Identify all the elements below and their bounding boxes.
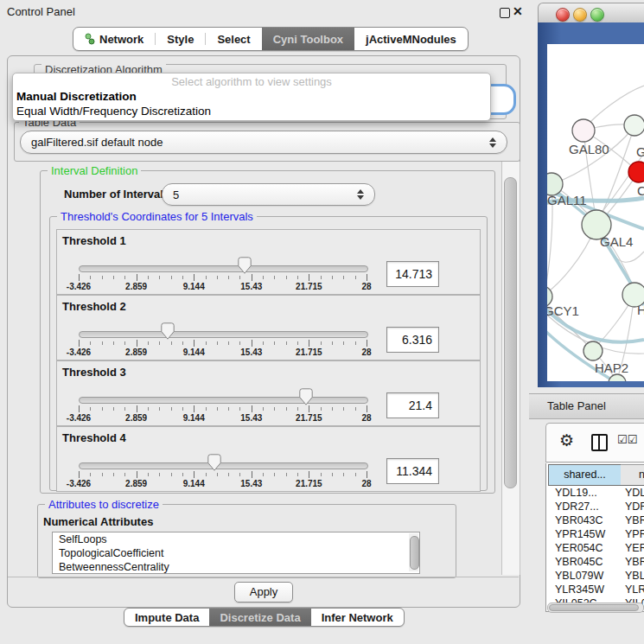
tab-network[interactable]: Network <box>73 28 155 50</box>
algorithm-option-manual[interactable]: Manual Discretization <box>16 90 483 105</box>
tick-label: 28 <box>341 479 392 488</box>
cell-name[interactable]: YLR3 <box>625 583 644 596</box>
threshold-slider-thumb[interactable] <box>299 388 313 405</box>
network-node[interactable] <box>624 115 644 136</box>
threshold-slider-track[interactable] <box>79 462 368 469</box>
tab-label: Select <box>217 33 250 46</box>
cell-shared-name[interactable]: YDR27... <box>555 500 599 513</box>
network-graph[interactable]: GAL80GACGAL11GAL4GCY1HHAP2 <box>547 44 644 381</box>
cell-name[interactable]: YPR1 <box>625 527 644 541</box>
apply-button[interactable]: Apply <box>234 582 293 603</box>
attributes-scrollbar[interactable] <box>409 533 418 571</box>
cell-name[interactable]: YDR2 <box>625 500 644 513</box>
tick-mark <box>113 473 114 476</box>
table-data-combobox[interactable]: galFiltered.sif default node <box>20 131 507 154</box>
tick-mark <box>286 276 287 279</box>
panel-scrollbar[interactable] <box>501 162 520 575</box>
minimize-traffic-light-icon[interactable] <box>573 8 587 22</box>
network-node[interactable] <box>583 341 603 360</box>
tick-mark <box>102 407 103 411</box>
panel-scrollbar-thumb[interactable] <box>504 177 517 488</box>
tick-mark <box>148 473 149 476</box>
network-node-label: HAP2 <box>595 360 628 375</box>
tick-mark <box>332 407 333 411</box>
tick-mark <box>239 473 240 476</box>
tick-mark <box>148 276 149 279</box>
cell-shared-name[interactable]: YPR145W <box>555 527 605 541</box>
threshold-slider-track[interactable] <box>79 397 368 404</box>
threshold-box: Threshold 4-3.4262.8599.14415.4321.71528… <box>56 426 481 492</box>
tab-infer-network[interactable]: Infer Network <box>311 609 404 626</box>
cell-shared-name[interactable]: YBL079W <box>555 569 603 583</box>
threshold-value-field[interactable]: 6.316 <box>386 327 439 353</box>
table-horizontal-scrollbar-thumb[interactable] <box>549 604 639 611</box>
tick-mark <box>102 341 103 345</box>
attribute-item[interactable]: BetweennessCentrality <box>53 560 419 574</box>
cell-shared-name[interactable]: YLR345W <box>555 583 604 596</box>
combobox-spinner-icon[interactable] <box>489 137 497 149</box>
threshold-slider-thumb[interactable] <box>238 257 252 274</box>
tab-discretize-data[interactable]: Discretize Data <box>209 609 310 626</box>
gear-icon[interactable]: ⚙ <box>559 431 574 450</box>
table-row[interactable]: YPR145WYPR1 <box>546 527 644 541</box>
threshold-slider-track[interactable] <box>79 331 368 338</box>
cell-shared-name[interactable]: YDL19... <box>555 486 597 500</box>
table-row[interactable]: YDR27...YDR2 <box>546 500 644 513</box>
attribute-item[interactable]: SelfLoops <box>53 532 419 546</box>
cell-name[interactable]: YBR0 <box>625 513 644 527</box>
cell-name[interactable]: YBR0 <box>625 555 644 569</box>
column-header-name[interactable]: na <box>621 464 644 486</box>
table-horizontal-scrollbar[interactable] <box>547 603 644 613</box>
network-node[interactable] <box>572 119 595 142</box>
tick-mark <box>182 276 183 279</box>
cell-name[interactable]: YER0 <box>625 541 644 555</box>
tick-mark <box>274 407 275 411</box>
close-traffic-light-icon[interactable] <box>556 8 570 22</box>
table-row[interactable]: YER054CYER0 <box>546 541 644 555</box>
tab-style[interactable]: Style <box>156 28 205 50</box>
attributes-scrollbar-thumb[interactable] <box>410 536 419 570</box>
zoom-traffic-light-icon[interactable] <box>590 8 604 22</box>
cell-name[interactable]: YBL0 <box>625 569 644 583</box>
split-columns-icon[interactable] <box>591 434 608 451</box>
network-window-titlebar[interactable] <box>538 3 644 24</box>
tick-mark <box>321 341 322 345</box>
tab-jactivemnodules[interactable]: jActiveMNodules <box>354 28 468 50</box>
tick-mark <box>297 407 298 411</box>
table-row[interactable]: YBL079WYBL0 <box>546 569 644 583</box>
tick-mark <box>171 407 172 411</box>
tick-mark <box>343 276 344 279</box>
network-node[interactable] <box>628 162 644 182</box>
network-canvas[interactable]: GAL80GACGAL11GAL4GCY1HHAP2 <box>547 44 644 381</box>
cell-name[interactable]: YDL1 <box>625 486 644 500</box>
column-header-shared-name[interactable]: shared... <box>548 464 622 486</box>
tab-select[interactable]: Select <box>206 28 261 50</box>
combobox-spinner-icon[interactable] <box>357 188 365 201</box>
tick-label: 21.715 <box>283 348 335 357</box>
threshold-value-field[interactable]: 21.4 <box>386 392 439 418</box>
attributes-group: Attributes to discretize Numerical Attri… <box>37 504 456 578</box>
float-window-icon[interactable] <box>500 8 510 18</box>
table-row[interactable]: YBR043CYBR0 <box>546 513 644 527</box>
threshold-slider-thumb[interactable] <box>161 322 175 340</box>
tick-mark <box>274 341 275 345</box>
tick-label: -3.426 <box>53 348 105 357</box>
threshold-slider-thumb[interactable] <box>207 454 221 471</box>
cell-shared-name[interactable]: YBR045C <box>555 555 603 569</box>
threshold-value-field[interactable]: 11.344 <box>386 458 439 484</box>
tab-impute-data[interactable]: Impute Data <box>124 609 209 626</box>
select-columns-icon[interactable]: ☑☑ <box>617 433 637 446</box>
tab-cyni-toolbox[interactable]: Cyni Toolbox <box>262 28 354 50</box>
table-row[interactable]: YLR345WYLR3 <box>546 583 644 596</box>
attribute-item[interactable]: TopologicalCoefficient <box>53 546 419 560</box>
number-of-intervals-combobox[interactable]: 5 <box>162 183 375 206</box>
cell-shared-name[interactable]: YBR043C <box>555 513 603 527</box>
algorithm-option-equal-width[interactable]: Equal Width/Frequency Discretization <box>16 105 483 119</box>
table-row[interactable]: YDL19...YDL1 <box>546 486 644 500</box>
threshold-value-field[interactable]: 14.713 <box>386 261 439 287</box>
network-node[interactable] <box>609 374 626 381</box>
threshold-slider-track[interactable] <box>79 265 368 272</box>
table-row[interactable]: YBR045CYBR0 <box>546 555 644 569</box>
close-icon[interactable]: ✕ <box>513 4 523 18</box>
cell-shared-name[interactable]: YER054C <box>555 541 603 555</box>
